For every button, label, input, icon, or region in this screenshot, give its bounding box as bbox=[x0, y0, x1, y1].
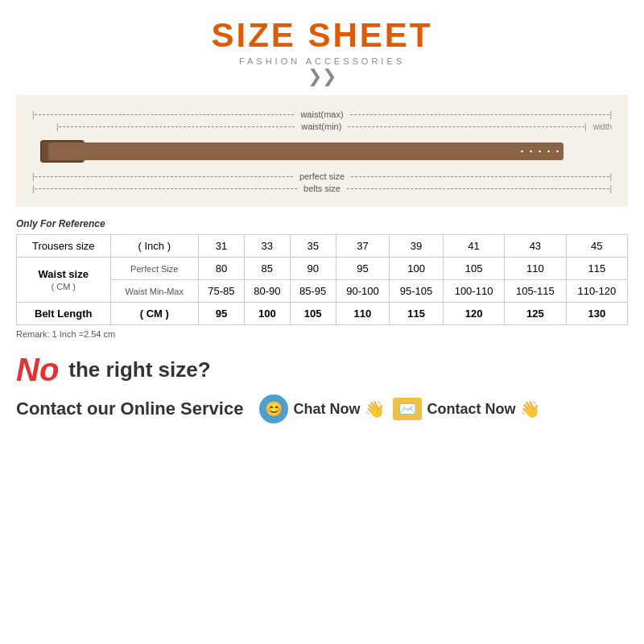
contact-label: Contact our Online Service bbox=[16, 398, 243, 419]
perfect-size-label: perfect size bbox=[293, 171, 351, 181]
bl-31: 95 bbox=[199, 303, 245, 325]
belt-hole-3 bbox=[538, 150, 542, 154]
page: SIZE SHEET FASHION ACCESSORIES ❯❯ | wais… bbox=[0, 0, 644, 644]
size-33: 33 bbox=[244, 235, 290, 258]
bl-45: 130 bbox=[566, 303, 627, 325]
size-35: 35 bbox=[290, 235, 336, 258]
belt-hole-5 bbox=[555, 150, 559, 154]
belt-length-row: Belt Length ( CM ) 95 100 105 110 115 12… bbox=[17, 303, 628, 325]
size-table: Trousers size ( Inch ) 31 33 35 37 39 41… bbox=[16, 234, 628, 325]
belt-holes bbox=[520, 150, 559, 154]
size-31: 31 bbox=[199, 235, 245, 258]
belt-visual bbox=[32, 136, 612, 167]
ps-37: 95 bbox=[336, 258, 390, 280]
main-title: SIZE SHEET bbox=[211, 16, 432, 55]
mm-35: 85-95 bbox=[290, 280, 336, 303]
no-text: No bbox=[16, 352, 59, 388]
bottom-section: No the right size? Contact our Online Se… bbox=[16, 352, 628, 423]
perfect-size-sub-label: Perfect Size bbox=[110, 258, 198, 280]
belt-hole-1 bbox=[520, 150, 524, 154]
belt-body bbox=[48, 142, 564, 160]
perfect-size-row: | perfect size | bbox=[32, 171, 612, 181]
size-43: 43 bbox=[505, 235, 566, 258]
waist-min-row: | waist(min) | width bbox=[32, 122, 612, 131]
ps-35: 90 bbox=[290, 258, 336, 280]
bl-33: 100 bbox=[244, 303, 290, 325]
waist-max-row: | waist(max) | bbox=[32, 109, 612, 119]
bl-35: 105 bbox=[290, 303, 336, 325]
belt-length-label: Belt Length bbox=[17, 303, 111, 325]
inch-header: ( Inch ) bbox=[110, 235, 198, 258]
contact-button[interactable]: ✉️ Contact Now 👋 bbox=[393, 398, 540, 420]
ps-43: 110 bbox=[505, 258, 566, 280]
chevron-icon: ❯❯ bbox=[211, 68, 432, 85]
bl-37: 110 bbox=[336, 303, 390, 325]
trousers-size-header: Trousers size bbox=[17, 235, 111, 258]
bl-41: 120 bbox=[443, 303, 504, 325]
hand-icon-contact: 👋 bbox=[520, 399, 540, 419]
belts-size-label: belts size bbox=[297, 184, 347, 193]
hand-icon-chat: 👋 bbox=[365, 399, 385, 419]
mm-33: 80-90 bbox=[244, 280, 290, 303]
size-37: 37 bbox=[336, 235, 390, 258]
remark-text: Remark: 1 Inch =2.54 cm bbox=[16, 329, 628, 339]
contact-row: Contact our Online Service 😊 Chat Now 👋 … bbox=[16, 394, 628, 423]
right-size-text: the right size? bbox=[68, 357, 210, 382]
table-section: Only For Reference Trousers size ( Inch … bbox=[16, 218, 628, 339]
belt-diagram: | waist(max) | | waist(min) | width bbox=[16, 95, 628, 207]
no-size-row: No the right size? bbox=[16, 352, 628, 388]
waist-size-label: Waist size ( CM ) bbox=[17, 258, 111, 303]
mm-45: 110-120 bbox=[566, 280, 627, 303]
mm-37: 90-100 bbox=[336, 280, 390, 303]
mail-icon: ✉️ bbox=[393, 398, 422, 420]
ps-39: 100 bbox=[390, 258, 444, 280]
mm-39: 95-105 bbox=[390, 280, 444, 303]
ps-45: 115 bbox=[566, 258, 627, 280]
mm-43: 105-115 bbox=[505, 280, 566, 303]
table-header-row: Trousers size ( Inch ) 31 33 35 37 39 41… bbox=[17, 235, 628, 258]
waist-minmax-sub-label: Waist Min-Max bbox=[110, 280, 198, 303]
sub-title: FASHION ACCESSORIES bbox=[211, 56, 432, 66]
size-41: 41 bbox=[443, 235, 504, 258]
waist-max-label: waist(max) bbox=[294, 109, 349, 119]
ps-33: 85 bbox=[244, 258, 290, 280]
mm-41: 100-110 bbox=[443, 280, 504, 303]
bl-39: 115 bbox=[390, 303, 444, 325]
belt-length-unit: ( CM ) bbox=[110, 303, 198, 325]
ps-31: 80 bbox=[199, 258, 245, 280]
belt-hole-4 bbox=[547, 150, 551, 154]
chat-button[interactable]: 😊 Chat Now 👋 bbox=[259, 394, 385, 423]
ps-41: 105 bbox=[443, 258, 504, 280]
belt-hole-2 bbox=[529, 150, 533, 154]
contact-button-label: Contact Now bbox=[427, 401, 515, 418]
size-39: 39 bbox=[390, 235, 444, 258]
waist-min-label: waist(min) bbox=[295, 122, 348, 131]
belts-size-row: | belts size | bbox=[32, 184, 612, 193]
size-45: 45 bbox=[566, 235, 627, 258]
title-section: SIZE SHEET FASHION ACCESSORIES ❯❯ bbox=[211, 16, 432, 85]
chat-button-label: Chat Now bbox=[293, 401, 360, 418]
chat-icon: 😊 bbox=[259, 394, 288, 423]
bl-43: 125 bbox=[505, 303, 566, 325]
perfect-size-row: Waist size ( CM ) Perfect Size 80 85 90 … bbox=[17, 258, 628, 280]
mm-31: 75-85 bbox=[199, 280, 245, 303]
reference-note: Only For Reference bbox=[16, 218, 628, 229]
